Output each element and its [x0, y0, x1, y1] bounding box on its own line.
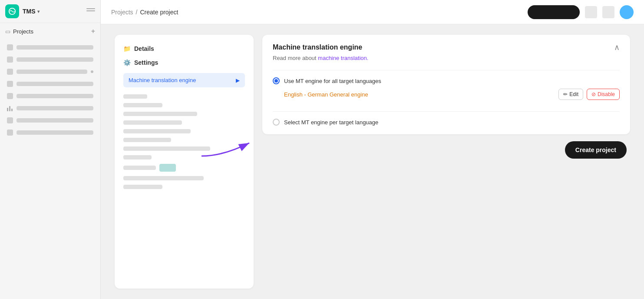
engine-actions: ✏ Edit ⊘ Disable: [558, 89, 620, 100]
main-content: Projects / Create project 📁 Details ⚙️ S…: [101, 0, 644, 299]
edit-label: Edit: [569, 91, 578, 97]
sidebar-list: [0, 40, 100, 299]
breadcrumb: Projects / Create project: [111, 9, 178, 16]
breadcrumb-projects[interactable]: Projects: [111, 9, 133, 16]
mt-card: Machine translation engine ∧ Read more a…: [262, 35, 630, 134]
bottom-row: Create project: [262, 141, 630, 159]
disable-label: Disable: [598, 91, 615, 97]
item-icon: [7, 130, 13, 136]
header: Projects / Create project: [101, 0, 644, 24]
mt-card-header: Machine translation engine ∧: [273, 43, 620, 51]
sidebar-header: TMS ▾: [0, 0, 100, 23]
sidebar-toggle-icon[interactable]: [86, 8, 95, 14]
disable-button[interactable]: ⊘ Disable: [587, 89, 620, 100]
item-icon: [7, 117, 13, 123]
list-item[interactable]: [3, 66, 97, 78]
settings-label: Settings: [134, 59, 158, 66]
mt-card-subtitle: Read more about machine translation.: [273, 55, 620, 61]
engine-name: English - German General engine: [284, 91, 368, 98]
item-icon: [7, 81, 13, 87]
placeholder-row: [123, 120, 182, 125]
content-area: 📁 Details ⚙️ Settings Machine translatio…: [101, 24, 644, 299]
radio-option-2[interactable]: Select MT engine per target language: [273, 119, 620, 126]
breadcrumb-current: Create project: [140, 9, 178, 16]
right-panel: Machine translation engine ∧ Read more a…: [262, 35, 630, 289]
mt-card-title: Machine translation engine: [273, 43, 362, 51]
mt-card-title-group: Machine translation engine: [273, 43, 362, 51]
header-search-pill[interactable]: [528, 5, 580, 19]
header-icon-btn-2[interactable]: [602, 6, 614, 18]
item-icon: [7, 44, 13, 50]
item-text: [17, 82, 93, 86]
edit-button[interactable]: ✏ Edit: [558, 89, 583, 100]
option1-label: Use MT engine for all target languages: [284, 78, 381, 84]
bar-chart-icon: [7, 105, 13, 111]
list-item[interactable]: [3, 114, 97, 126]
item-text: [17, 57, 93, 62]
item-icon: [7, 93, 13, 99]
placeholder-row: [123, 94, 147, 99]
list-item[interactable]: [3, 90, 97, 102]
add-project-icon[interactable]: +: [91, 27, 95, 35]
option2-label: Select MT engine per target language: [284, 119, 378, 126]
disable-icon: ⊘: [591, 91, 596, 97]
breadcrumb-separator: /: [136, 9, 138, 16]
mt-divider: [273, 70, 620, 70]
arrow-indicator: [197, 134, 262, 160]
placeholder-row: [123, 103, 162, 107]
settings-section: ⚙️ Settings: [123, 59, 245, 66]
tms-chevron-icon: ▾: [37, 9, 40, 14]
item-text: [17, 94, 93, 98]
sidebar: TMS ▾ ▭ Projects +: [0, 0, 101, 299]
item-text: [17, 106, 93, 110]
list-item[interactable]: [3, 53, 97, 66]
collapse-icon[interactable]: ∧: [614, 43, 620, 51]
tms-app-title[interactable]: TMS ▾: [23, 8, 40, 15]
placeholder-row: [123, 138, 171, 142]
placeholder-row: [123, 155, 152, 159]
machine-translation-link[interactable]: machine translation.: [318, 55, 368, 61]
item-text: [17, 130, 93, 135]
read-more-prefix: Read more about: [273, 55, 318, 61]
mt-divider-2: [273, 111, 620, 112]
radio-option-1[interactable]: Use MT engine for all target languages: [273, 77, 620, 84]
folder-icon: 📁: [123, 45, 131, 52]
header-icon-btn-1[interactable]: [585, 6, 597, 18]
machine-translation-menu-item[interactable]: Machine translation engine ▶: [123, 73, 245, 87]
projects-label: Projects: [13, 28, 89, 35]
list-item[interactable]: [3, 78, 97, 90]
settings-icon: ⚙️: [123, 59, 131, 66]
placeholder-badge: [159, 164, 176, 172]
user-avatar[interactable]: [620, 5, 634, 19]
list-item[interactable]: [3, 126, 97, 139]
list-item[interactable]: [3, 102, 97, 114]
menu-item-arrow-icon: ▶: [236, 77, 240, 83]
tms-logo: [5, 4, 19, 18]
placeholder-row: [123, 185, 162, 189]
item-icon: [7, 69, 13, 75]
list-item[interactable]: [3, 41, 97, 53]
pencil-icon: ✏: [563, 91, 568, 97]
radio-selected-icon[interactable]: [273, 77, 280, 84]
create-project-button[interactable]: Create project: [565, 141, 627, 159]
item-icon: [7, 56, 13, 63]
placeholder-with-badge: [123, 164, 245, 172]
item-text: [17, 70, 87, 74]
left-panel: 📁 Details ⚙️ Settings Machine translatio…: [115, 35, 254, 289]
details-label: Details: [134, 45, 154, 52]
item-dot: [91, 70, 93, 73]
engine-row: English - German General engine ✏ Edit ⊘…: [273, 84, 620, 104]
details-section: 📁 Details: [123, 45, 245, 52]
item-text: [17, 45, 93, 50]
placeholder-row: [123, 112, 197, 116]
item-text: [17, 118, 93, 123]
placeholder-row: [123, 166, 156, 170]
placeholder-row: [123, 176, 204, 180]
radio-unselected-icon[interactable]: [273, 119, 280, 126]
menu-item-label: Machine translation engine: [129, 77, 196, 83]
folder-icon: ▭: [5, 28, 10, 35]
placeholder-row: [123, 129, 191, 133]
projects-row: ▭ Projects +: [0, 23, 100, 40]
